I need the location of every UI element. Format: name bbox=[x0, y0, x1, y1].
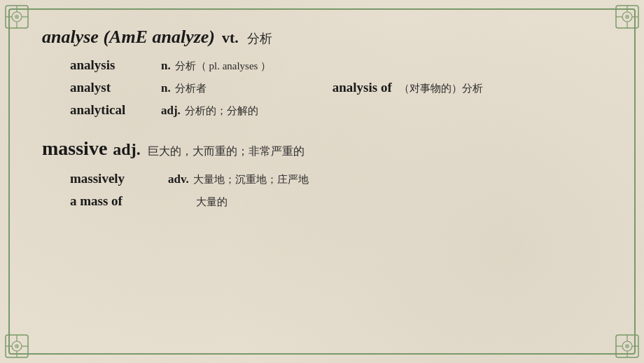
analytical-word: analytical bbox=[70, 102, 161, 118]
a-mass-of-zh: 大量的 bbox=[196, 196, 227, 209]
analysis-zh: 分析（ pl. analyses ） bbox=[175, 60, 271, 73]
massive-sub-entries: massively adv. 大量地；沉重地；庄严地 a mass of 大量的 bbox=[42, 171, 602, 209]
analyse-zh: 分析 bbox=[247, 30, 272, 47]
massive-header: massive adj. 巨大的，大而重的；非常严重的 bbox=[42, 137, 602, 160]
massively-word: massively bbox=[70, 171, 168, 186]
analytical-entry: analytical adj. 分析的；分解的 bbox=[70, 102, 602, 118]
analytical-pos: adj. bbox=[161, 104, 181, 118]
massively-zh: 大量地；沉重地；庄严地 bbox=[193, 173, 309, 186]
analysis-of-phrase: analysis of bbox=[332, 80, 392, 95]
analytical-zh: 分析的；分解的 bbox=[185, 104, 258, 118]
svg-point-16 bbox=[15, 344, 19, 348]
analysis-of-zh: （对事物的）分析 bbox=[399, 82, 483, 95]
analyse-word: analyse (AmE analyze) bbox=[42, 27, 215, 48]
corner-decoration-bl bbox=[4, 334, 29, 359]
analyst-pos: n. bbox=[161, 81, 171, 95]
a-mass-of-entry: a mass of 大量的 bbox=[70, 193, 602, 209]
corner-decoration-br bbox=[615, 334, 640, 359]
analysis-pos: n. bbox=[161, 59, 171, 73]
massive-zh: 巨大的，大而重的；非常严重的 bbox=[148, 144, 304, 159]
main-content: analyse (AmE analyze) vt. 分析 analysis n.… bbox=[0, 0, 644, 249]
svg-point-9 bbox=[625, 15, 629, 19]
corner-decoration-tl bbox=[4, 4, 29, 29]
analysis-word: analysis bbox=[70, 57, 161, 73]
massive-pos: adj. bbox=[113, 140, 140, 159]
svg-point-23 bbox=[625, 344, 629, 348]
analysis-entry: analysis n. 分析（ pl. analyses ） bbox=[70, 57, 602, 73]
analyst-entry: analyst n. 分析者 analysis of （对事物的）分析 bbox=[70, 80, 602, 95]
analyse-sub-entries: analysis n. 分析（ pl. analyses ） analyst n… bbox=[42, 57, 602, 118]
analyse-header: analyse (AmE analyze) vt. 分析 bbox=[42, 27, 602, 48]
a-mass-of-word: a mass of bbox=[70, 193, 196, 209]
analyse-entry: analyse (AmE analyze) vt. 分析 analysis n.… bbox=[42, 27, 602, 118]
svg-point-2 bbox=[15, 15, 19, 19]
analyse-pos: vt. bbox=[222, 29, 239, 47]
massively-pos: adv. bbox=[168, 172, 189, 186]
analyst-zh: 分析者 bbox=[175, 82, 206, 95]
corner-decoration-tr bbox=[615, 4, 640, 29]
analyst-word: analyst bbox=[70, 80, 161, 95]
massively-entry: massively adv. 大量地；沉重地；庄严地 bbox=[70, 171, 602, 186]
massive-word: massive bbox=[42, 137, 107, 160]
massive-entry: massive adj. 巨大的，大而重的；非常严重的 massively ad… bbox=[42, 137, 602, 209]
